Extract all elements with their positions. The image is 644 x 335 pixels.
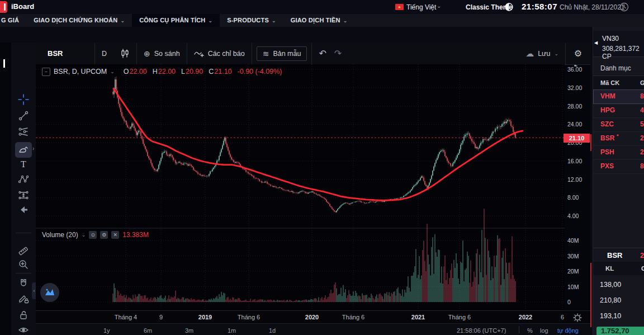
language-selector[interactable]: Tiếng Việt xyxy=(406,3,436,11)
text-tool[interactable]: T xyxy=(17,158,30,171)
time-tick: 2021 xyxy=(411,314,425,320)
redo-icon[interactable]: ↷ xyxy=(334,48,342,59)
menu-item-giao-dich-tien[interactable]: GIAO DỊCH TIỀN⌄ xyxy=(283,14,355,27)
compare-button[interactable]: ⊕ So sánh xyxy=(137,49,187,58)
close-icon[interactable]: ✕ xyxy=(111,231,119,239)
back-arrow-icon[interactable] xyxy=(17,204,30,216)
menu-item-bang-gia[interactable]: G GIÁ xyxy=(0,14,26,27)
chart-settings-button[interactable]: ⚙ xyxy=(566,48,590,59)
percent-scale-button[interactable]: % xyxy=(527,327,533,334)
symbol-search-button[interactable]: BSR xyxy=(36,49,94,58)
log-scale-button[interactable]: log xyxy=(540,327,548,334)
range-3m[interactable]: 3m xyxy=(185,327,193,334)
range-1d[interactable]: 1d xyxy=(269,327,276,334)
indicators-button[interactable]: Các chỉ báo xyxy=(187,50,252,58)
volume-label[interactable]: Volume (20) xyxy=(42,231,78,239)
candle-style-button[interactable] xyxy=(113,49,136,58)
volume-tick: 30M xyxy=(567,253,579,259)
zoom-in-tool[interactable] xyxy=(17,258,30,271)
eye-icon[interactable]: ⊙ xyxy=(89,231,97,239)
toolbar-divider xyxy=(16,233,31,233)
price-tick: 36.00 xyxy=(567,66,582,73)
index-summary[interactable]: ◀ VN30 308,281,372 CP xyxy=(593,31,644,57)
watchlist-sidebar: ◀ VN30 308,281,372 CP Danh mục (dan... M… xyxy=(593,27,644,335)
col-kl: KL xyxy=(605,262,614,275)
cloud-icon: ☁ xyxy=(525,49,534,59)
watchlist-row-bsr[interactable]: BSR*21 xyxy=(593,131,644,146)
watchlist-row-hpg[interactable]: HPG49 xyxy=(593,103,644,118)
watchlist-title[interactable]: Danh mục (dan... xyxy=(593,60,644,76)
brush-tool-active[interactable] xyxy=(15,142,32,158)
divider xyxy=(519,326,519,333)
volume-tick: 10M xyxy=(567,284,579,290)
time-axis[interactable]: Tháng 4 9 2019 Tháng 6 2020 Tháng 6 2021… xyxy=(36,310,565,324)
volume-tick: 40M xyxy=(567,237,579,244)
pitchfork-tool[interactable] xyxy=(17,125,30,138)
clock-display: 21:58:07 xyxy=(522,2,557,11)
magnet-tool[interactable] xyxy=(17,277,30,290)
detail-symbol-row[interactable]: BSR 2 xyxy=(593,248,644,262)
date-display: Chủ Nhật, 28/11/2021 xyxy=(560,3,625,11)
iboard-logo-icon[interactable] xyxy=(0,1,7,13)
time-tick: Tháng 6 xyxy=(238,314,260,320)
trend-line-tool[interactable] xyxy=(17,110,30,122)
time-axis-settings[interactable] xyxy=(565,310,590,324)
edge-marker xyxy=(3,59,5,68)
time-tick: Tháng 4 xyxy=(115,314,137,320)
chevron-down-icon: ⌄ xyxy=(82,232,86,238)
menu-item-cong-cu-phan-tich[interactable]: CÔNG CỤ PHÂN TÍCH⌄ xyxy=(132,14,220,27)
price-tick: 12.00 xyxy=(567,176,582,183)
gear-icon: ⚙ xyxy=(574,48,582,59)
legend-symbol[interactable]: BSR, D, UPCOM xyxy=(54,68,107,76)
menu-item-s-products[interactable]: S-PRODUCTS⌄ xyxy=(220,14,283,27)
templates-button[interactable]: ≋ Bản mẫu xyxy=(257,46,307,61)
chart-canvas[interactable] xyxy=(36,64,565,323)
clock-icon[interactable] xyxy=(619,2,629,12)
top-bar: iBoard ★ Tiếng Việt ⌄ Classic Theme 21:5… xyxy=(0,0,644,14)
range-1y[interactable]: 1y xyxy=(103,327,110,334)
save-button[interactable]: ☁ Lưu ⌄ xyxy=(519,49,565,59)
time-tick: 2020 xyxy=(305,314,319,320)
submenu-arrow-icon[interactable]: › xyxy=(32,145,34,152)
caret-left-icon[interactable]: ◀ xyxy=(594,40,598,45)
legend-collapse-icon[interactable]: − xyxy=(42,68,50,76)
watchlist-row-psh[interactable]: PSH21 xyxy=(593,145,644,160)
chevron-down-icon: ⌄ xyxy=(208,18,212,23)
auto-scale-button[interactable]: tự động xyxy=(557,327,579,334)
col-symbol: Mã CK xyxy=(600,76,619,89)
theme-toggle[interactable] xyxy=(505,3,513,11)
volume-tick: 20M xyxy=(567,268,579,275)
detail-marker xyxy=(590,263,591,327)
broker-logo-watermark xyxy=(40,283,59,302)
crosshair-tool[interactable] xyxy=(17,93,30,106)
range-1m[interactable]: 1m xyxy=(228,327,236,334)
detail-value: 193,10 xyxy=(600,312,621,320)
time-tick: 2022 xyxy=(519,314,532,320)
detail-price: 2 xyxy=(640,248,644,262)
range-6m[interactable]: 6m xyxy=(144,327,152,334)
chart-toolbar: BSR D ⊕ So sánh Các chỉ báo ≋ Bản mẫu ↶ … xyxy=(36,43,590,65)
watchlist-row-vhm[interactable]: VHM83 xyxy=(593,89,644,104)
ruler-tool[interactable] xyxy=(17,244,30,256)
lock-icon[interactable] xyxy=(17,309,30,321)
xabcd-pattern-tool[interactable] xyxy=(17,173,30,186)
star-marker: * xyxy=(617,129,619,143)
toolbar-divider xyxy=(16,273,31,273)
drawing-lock-tool[interactable] xyxy=(17,292,30,305)
index-name: VN30 xyxy=(602,35,619,43)
chevron-down-icon: ⌄ xyxy=(554,51,558,56)
undo-icon[interactable]: ↶ xyxy=(319,48,326,59)
chevron-down-icon: ⌄ xyxy=(437,3,441,9)
last-price-badge: 21.10 xyxy=(564,134,590,143)
volume-tick: 0 xyxy=(567,299,571,305)
active-symbol-marker xyxy=(590,134,591,151)
interval-button[interactable]: D xyxy=(95,50,113,58)
visibility-eye-icon[interactable] xyxy=(17,324,30,335)
menu-item-giao-dich-chung-khoan[interactable]: GIAO DỊCH CHỨNG KHOÁN⌄ xyxy=(26,14,132,27)
price-tick: 4.00 xyxy=(567,213,579,219)
gear-icon[interactable]: ⚙ xyxy=(100,231,108,239)
time-tick: Tháng 6 xyxy=(342,314,364,320)
long-short-position-tool[interactable] xyxy=(17,189,30,201)
time-tick: 6 xyxy=(561,314,564,320)
watchlist-row-pxs[interactable]: PXS8. xyxy=(593,159,644,174)
